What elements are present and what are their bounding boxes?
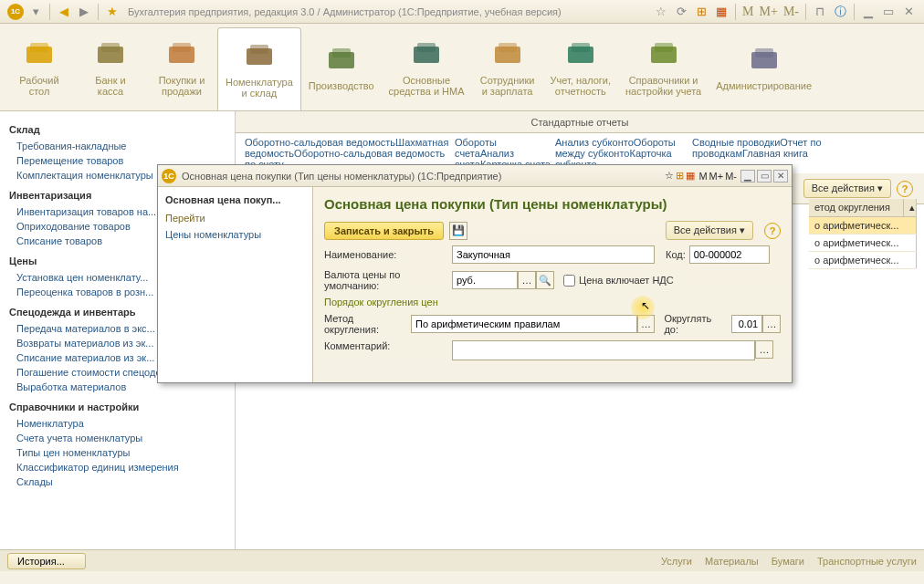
help-icon[interactable]: ?	[897, 181, 913, 197]
toolbar-учет, налоги,[interactable]: Учет, налоги, отчетность	[543, 24, 618, 110]
svg-rect-5	[173, 43, 191, 52]
table-row[interactable]: о арифметическ...	[809, 252, 917, 269]
code-input[interactable]	[689, 245, 770, 264]
currency-select-icon[interactable]: …	[518, 271, 536, 289]
calc-icon[interactable]: ⊞	[693, 4, 709, 20]
sidebar-item[interactable]: Классификатор единиц измерения	[9, 460, 231, 474]
dlg-calc-icon[interactable]: ⊞	[676, 170, 684, 182]
separator	[98, 4, 99, 20]
svg-rect-17	[655, 43, 673, 52]
toolbar-label: Рабочий стол	[19, 75, 58, 97]
back-icon[interactable]: ◀	[56, 4, 72, 20]
save-icon[interactable]: 💾	[449, 222, 467, 240]
minimize-icon[interactable]: ▁	[860, 4, 877, 20]
separator	[854, 4, 855, 20]
toolbar-icon	[163, 38, 200, 71]
toolbar-label: Производство	[309, 80, 374, 91]
favorites-icon[interactable]: ☆	[653, 4, 669, 20]
forward-icon[interactable]: ▶	[76, 4, 92, 20]
dlg-cal-icon[interactable]: ▦	[686, 170, 695, 182]
status-link[interactable]: Бумаги	[772, 556, 804, 567]
status-link[interactable]: Услуги	[661, 556, 692, 567]
dialog-title: Основная цена покупки (Тип цены номенкла…	[182, 171, 501, 182]
dlg-nav-group: Перейти	[165, 213, 305, 224]
dropdown-icon[interactable]: ▾	[27, 4, 44, 20]
sub-header: Стандартные отчеты	[236, 111, 924, 133]
mem-m[interactable]: M	[742, 5, 753, 19]
dlg-actions-button[interactable]: Все действия ▾	[666, 221, 753, 240]
name-input[interactable]	[452, 245, 655, 264]
status-link[interactable]: Транспортные услуги	[817, 556, 917, 567]
dlg-help-icon[interactable]: ?	[764, 223, 781, 239]
sidebar-item[interactable]: Номенклатура	[9, 416, 231, 431]
dlg-nav-link[interactable]: Цены номенклатуры	[165, 227, 305, 242]
currency-input[interactable]	[452, 271, 518, 289]
toolbar-label: Учет, налоги, отчетность	[551, 75, 611, 97]
svg-rect-7	[250, 45, 268, 54]
toolbar-label: Банк и касса	[95, 75, 125, 97]
dlg-fav-icon[interactable]: ☆	[665, 170, 674, 182]
history-button[interactable]: История...	[7, 553, 86, 569]
dlg-mem-m[interactable]: M	[698, 171, 707, 182]
restore-icon[interactable]: ▭	[880, 4, 897, 20]
toolbar-label: Покупки и продажи	[159, 75, 205, 97]
lbl-vat: Цена включает НДС	[579, 275, 674, 286]
sidebar-item[interactable]: Склады	[9, 474, 231, 489]
toolbar-банк и[interactable]: Банк и касса	[75, 24, 146, 110]
toolbar-справочники и[interactable]: Справочники и настройки учета	[618, 24, 709, 110]
toolbar-icon	[746, 44, 782, 77]
devtools-icon[interactable]: ⊓	[812, 4, 828, 20]
table-row[interactable]: о арифметическ...	[809, 217, 917, 235]
dlg-maximize-icon[interactable]: ▭	[757, 170, 772, 182]
sidebar-item[interactable]: Требования-накладные	[9, 139, 231, 153]
toolbar-icon	[562, 38, 599, 71]
mem-mplus[interactable]: M+	[760, 5, 778, 19]
grid-header: етод округления	[809, 199, 904, 216]
toolbar-рабочий[interactable]: Рабочий стол	[4, 24, 75, 110]
close-icon[interactable]: ✕	[900, 4, 917, 20]
method-select-icon[interactable]: …	[637, 315, 656, 333]
toolbar-label: Сотрудники и зарплата	[480, 75, 535, 97]
comment-input[interactable]	[452, 340, 755, 360]
dlg-minimize-icon[interactable]: ▁	[740, 170, 755, 182]
history-icon[interactable]: ⟳	[673, 4, 689, 20]
svg-rect-1	[30, 43, 48, 52]
toolbar-номенклатура[interactable]: Номенклатура и склад	[217, 27, 301, 110]
roundto-select-icon[interactable]: …	[762, 315, 781, 333]
lbl-method: Метод округления:	[324, 313, 411, 335]
status-link[interactable]: Материалы	[705, 556, 759, 567]
toolbar-покупки и[interactable]: Покупки и продажи	[146, 24, 217, 110]
toolbar-сотрудники[interactable]: Сотрудники и зарплата	[472, 24, 543, 110]
separator	[805, 4, 806, 20]
roundto-input[interactable]	[731, 315, 762, 333]
cal-icon[interactable]: ▦	[713, 4, 730, 20]
currency-lookup-icon[interactable]: 🔍	[536, 271, 554, 289]
info-icon[interactable]: ⓘ	[832, 4, 848, 20]
save-and-close-button[interactable]: Записать и закрыть	[324, 222, 444, 240]
mem-mminus[interactable]: M-	[783, 5, 799, 19]
method-input[interactable]	[411, 315, 637, 333]
all-actions-button[interactable]: Все действия ▾	[803, 179, 891, 198]
dlg-mem-mplus[interactable]: M+	[709, 171, 724, 182]
toolbar-администрирование[interactable]: Администрирование	[709, 24, 819, 110]
toolbar-основные[interactable]: Основные средства и НМА	[382, 24, 472, 110]
toolbar-label: Номенклатура и склад	[226, 77, 293, 99]
toolbar-label: Администрирование	[716, 80, 812, 91]
vat-checkbox[interactable]	[563, 275, 575, 287]
report-link[interactable]: Главная книга	[742, 146, 808, 161]
toolbar-icon	[489, 38, 526, 71]
star-icon[interactable]: ★	[104, 4, 121, 20]
svg-rect-9	[332, 48, 351, 57]
sidebar-item[interactable]: Счета учета номенклатуры	[9, 431, 231, 445]
dlg-close-icon[interactable]: ✕	[773, 170, 788, 182]
table-row[interactable]: о арифметическ...	[809, 235, 917, 252]
scroll-up-icon[interactable]: ▴	[904, 199, 917, 216]
dlg-nav-head[interactable]: Основная цена покуп...	[165, 194, 305, 205]
toolbar-icon	[21, 38, 58, 71]
comment-expand-icon[interactable]: …	[755, 340, 773, 359]
dlg-mem-mminus[interactable]: M-	[725, 171, 737, 182]
toolbar-производство[interactable]: Производство	[301, 24, 382, 110]
toolbar-label: Основные средства и НМА	[389, 75, 465, 97]
sidebar-item[interactable]: Типы цен номенклатуры	[9, 445, 231, 460]
lbl-comment: Комментарий:	[324, 340, 452, 351]
